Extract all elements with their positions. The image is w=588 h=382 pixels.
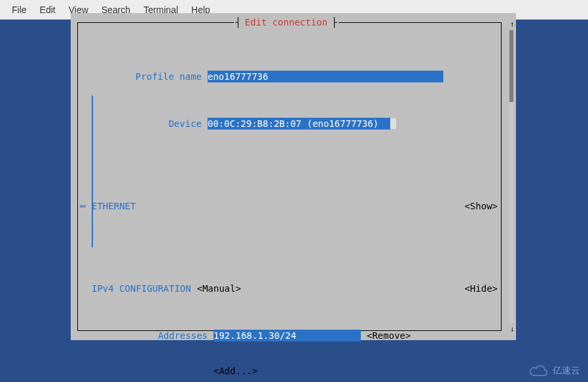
ipv4-section-title: IPv4 CONFIGURATION bbox=[92, 283, 191, 294]
dialog-scrollbar[interactable] bbox=[509, 30, 513, 323]
device-input[interactable]: 00:0C:29:B8:2B:07 (eno16777736) bbox=[208, 118, 390, 130]
watermark: 亿速云 bbox=[528, 364, 580, 378]
addresses-label: Addresses bbox=[80, 330, 208, 341]
dialog-scrollbar-thumb[interactable] bbox=[509, 30, 513, 102]
scroll-down-arrow[interactable]: ↓ bbox=[510, 323, 515, 335]
ethernet-show-button[interactable]: <Show> bbox=[464, 200, 498, 212]
ethernet-collapse-handle[interactable]: ═ bbox=[80, 200, 92, 212]
profile-name-label: Profile name bbox=[80, 71, 202, 82]
profile-name-input[interactable]: eno16777736 bbox=[208, 71, 443, 82]
cloud-icon bbox=[528, 364, 550, 378]
watermark-text: 亿速云 bbox=[553, 365, 580, 377]
dialog-title-bar: ┤Edit connection├ bbox=[71, 16, 502, 28]
text-cursor bbox=[390, 118, 396, 129]
nmtui-dialog: ┤Edit connection├ ↑ ↓ Profile name eno16… bbox=[71, 13, 516, 340]
address-add-button[interactable]: <Add...> bbox=[213, 365, 257, 377]
menu-edit[interactable]: Edit bbox=[33, 2, 62, 18]
address-remove-button[interactable]: <Remove> bbox=[367, 330, 411, 341]
address-input[interactable]: 192.168.1.30/24 bbox=[213, 330, 361, 341]
scroll-up-arrow[interactable]: ↑ bbox=[510, 18, 515, 30]
ipv4-tree-line bbox=[92, 95, 93, 247]
ipv4-mode-select[interactable]: <Manual> bbox=[197, 283, 241, 294]
device-label: Device bbox=[80, 118, 202, 130]
dialog-title: Edit connection bbox=[242, 16, 330, 28]
ipv4-hide-button[interactable]: <Hide> bbox=[464, 283, 498, 294]
menu-file[interactable]: File bbox=[5, 2, 33, 18]
ethernet-section-title: ETHERNET bbox=[92, 200, 136, 212]
